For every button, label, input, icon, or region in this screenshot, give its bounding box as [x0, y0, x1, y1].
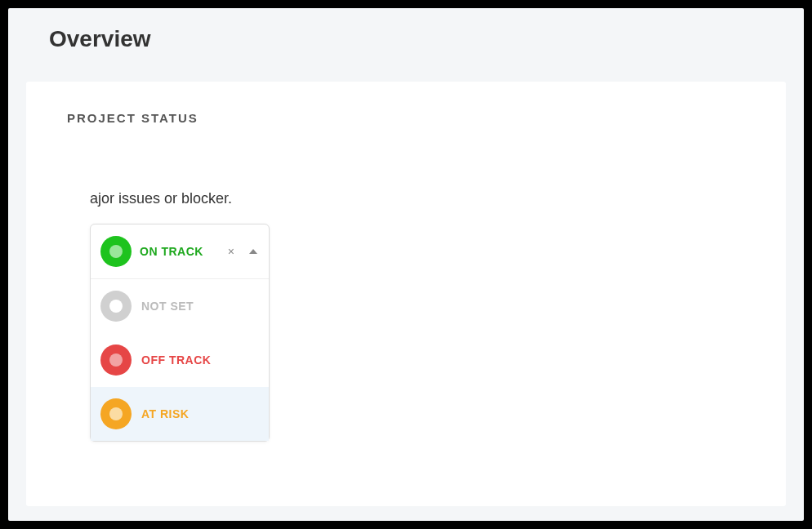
status-icon-inner	[109, 245, 123, 258]
clear-selection-icon[interactable]: ×	[225, 245, 238, 258]
dropdown-option-at-risk[interactable]: AT RISK	[91, 387, 269, 441]
selected-label: ON TRACK	[140, 245, 203, 258]
option-label: AT RISK	[141, 407, 189, 420]
status-dropdown[interactable]: ON TRACK × NOT SET OFF TRACK	[90, 224, 270, 442]
dropdown-option-off-track[interactable]: OFF TRACK	[91, 333, 269, 387]
option-label: OFF TRACK	[141, 353, 211, 367]
page-background: Overview PROJECT STATUS ajor issues or b…	[8, 8, 804, 521]
status-icon-inner	[109, 407, 123, 420]
option-label: NOT SET	[141, 300, 194, 313]
status-icon-at-risk	[100, 398, 132, 429]
page-title: Overview	[49, 26, 151, 52]
status-icon-on-track	[100, 236, 132, 267]
project-status-card: PROJECT STATUS ajor issues or blocker. a…	[26, 82, 786, 506]
status-icon-inner	[109, 353, 123, 367]
chevron-up-icon[interactable]	[249, 249, 257, 254]
status-icon-not-set	[100, 291, 132, 322]
status-description: ajor issues or blocker.	[90, 188, 232, 210]
dropdown-selected[interactable]: ON TRACK ×	[91, 224, 269, 279]
status-icon-off-track	[100, 345, 132, 376]
status-icon-inner	[109, 300, 123, 313]
dropdown-option-not-set[interactable]: NOT SET	[91, 279, 269, 333]
section-heading: PROJECT STATUS	[67, 111, 745, 125]
